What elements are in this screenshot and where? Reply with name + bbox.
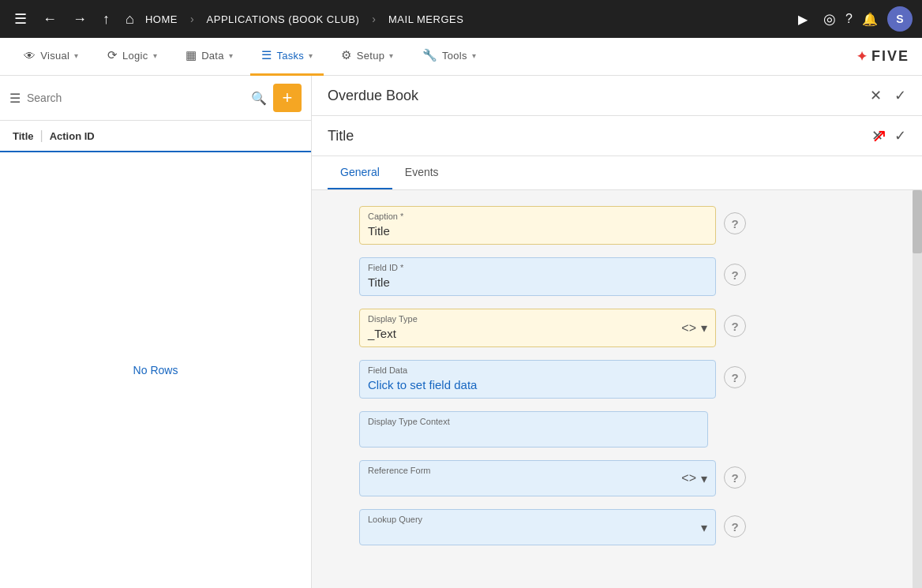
display-type-field[interactable]: Display Type _Text <> ▾ bbox=[359, 309, 716, 347]
column-action-header: Action ID bbox=[50, 130, 95, 142]
lookup-query-dropdown-icon[interactable]: ▾ bbox=[701, 520, 707, 535]
sub-panel-actions: ✕ ✓ bbox=[871, 127, 906, 144]
panel-title: Overdue Book bbox=[328, 88, 418, 104]
form-tabs: General Events bbox=[312, 156, 922, 190]
search-icon[interactable]: 🔍 bbox=[251, 91, 267, 106]
reference-form-text-area: Reference Form bbox=[360, 461, 681, 496]
form-area: Caption * Title ? Field ID * Title ? bbox=[312, 190, 922, 588]
home-icon[interactable]: ⌂ bbox=[121, 8, 139, 31]
logo-star-icon: ✦ bbox=[856, 49, 868, 64]
logic-dropdown-arrow: ▾ bbox=[153, 51, 157, 60]
reference-form-value bbox=[360, 477, 681, 496]
field-id-help-button[interactable]: ? bbox=[724, 264, 746, 286]
field-data-field[interactable]: Field Data Click to set field data bbox=[359, 360, 716, 399]
display-type-code-icon[interactable]: <> bbox=[681, 321, 696, 335]
panel-confirm-button[interactable]: ✓ bbox=[894, 87, 906, 104]
add-button[interactable]: + bbox=[273, 84, 302, 112]
lookup-query-label: Lookup Query bbox=[360, 510, 701, 526]
nav-actions: ▶ ◎ ? 🔔 S bbox=[792, 6, 913, 32]
up-icon[interactable]: ↑ bbox=[98, 8, 114, 31]
tab-visual[interactable]: 👁 Visual ▾ bbox=[13, 38, 90, 76]
reference-form-row: Reference Form <> ▾ ? bbox=[359, 460, 746, 496]
display-type-context-value bbox=[360, 428, 707, 447]
lookup-query-help-button[interactable]: ? bbox=[724, 515, 746, 537]
help-nav-icon[interactable]: ? bbox=[845, 12, 853, 26]
tasks-icon: ☰ bbox=[261, 48, 272, 62]
data-dropdown-arrow: ▾ bbox=[229, 51, 233, 60]
reference-form-with-actions: Reference Form <> ▾ bbox=[360, 461, 715, 496]
back-icon[interactable]: ← bbox=[38, 8, 62, 31]
field-id-field[interactable]: Field ID * Title bbox=[359, 257, 716, 296]
caption-help-button[interactable]: ? bbox=[724, 212, 746, 234]
sidebar-body: No Rows bbox=[0, 152, 311, 588]
scroll-track bbox=[913, 190, 922, 588]
sub-panel: Title ✕ ✓ ↗ General Events bbox=[312, 116, 922, 588]
tab-tasks[interactable]: ☰ Tasks ▾ bbox=[250, 38, 324, 76]
display-type-context-row: Display Type Context bbox=[359, 411, 746, 448]
display-type-text-area: Display Type _Text bbox=[360, 309, 681, 346]
search-input[interactable] bbox=[27, 92, 245, 104]
breadcrumb-mail-merges[interactable]: MAIL MERGES bbox=[388, 13, 463, 25]
field-id-value: Title bbox=[360, 274, 715, 295]
tab-data[interactable]: ▦ Data ▾ bbox=[174, 38, 244, 76]
reference-form-code-icon[interactable]: <> bbox=[681, 471, 696, 485]
caption-field[interactable]: Caption * Title bbox=[359, 206, 716, 245]
sidebar-table-header: Title | Action ID bbox=[0, 121, 311, 152]
tab-general[interactable]: General bbox=[328, 156, 392, 189]
tab-logic[interactable]: ⟳ Logic ▾ bbox=[96, 38, 168, 76]
display-type-label: Display Type bbox=[360, 309, 681, 325]
sidebar-hamburger-icon[interactable]: ☰ bbox=[9, 91, 21, 106]
setup-dropdown-arrow: ▾ bbox=[389, 51, 393, 60]
reference-form-dropdown-icon[interactable]: ▾ bbox=[701, 471, 707, 486]
tab-tools[interactable]: 🔧 Tools ▾ bbox=[411, 38, 487, 76]
form-fields: Caption * Title ? Field ID * Title ? bbox=[359, 206, 746, 545]
play-button[interactable]: ▶ bbox=[792, 8, 814, 30]
top-navigation: ☰ ← → ↑ ⌂ HOME › APPLICATIONS (BOOK CLUB… bbox=[0, 0, 922, 38]
search-nav-icon[interactable]: ◎ bbox=[823, 10, 836, 28]
field-id-label: Field ID * bbox=[360, 258, 715, 274]
reference-form-field[interactable]: Reference Form <> ▾ bbox=[359, 460, 716, 496]
forward-icon[interactable]: → bbox=[68, 8, 92, 31]
display-type-context-label: Display Type Context bbox=[360, 412, 707, 428]
lookup-query-with-actions: Lookup Query ▾ bbox=[360, 510, 715, 545]
field-data-row: Field Data Click to set field data ? bbox=[359, 360, 746, 399]
reference-form-help-button[interactable]: ? bbox=[724, 466, 746, 489]
sub-panel-confirm-button[interactable]: ✓ bbox=[894, 127, 906, 144]
hamburger-menu-icon[interactable]: ☰ bbox=[9, 7, 32, 31]
lookup-query-row: Lookup Query ▾ ? bbox=[359, 509, 746, 545]
panel-close-button[interactable]: ✕ bbox=[870, 87, 882, 104]
breadcrumb-home[interactable]: HOME bbox=[145, 13, 178, 25]
tab-setup[interactable]: ⚙ Setup ▾ bbox=[330, 38, 404, 76]
visual-dropdown-arrow: ▾ bbox=[74, 51, 78, 60]
notification-icon[interactable]: 🔔 bbox=[862, 12, 878, 27]
lookup-query-field[interactable]: Lookup Query ▾ bbox=[359, 509, 716, 545]
display-type-help-button[interactable]: ? bbox=[724, 315, 746, 337]
tab-events[interactable]: Events bbox=[392, 156, 452, 189]
content-panel: Overdue Book ✕ ✓ Title ✕ ✓ ↗ General Eve… bbox=[312, 76, 922, 588]
five-logo: ✦ FIVE bbox=[856, 48, 909, 65]
breadcrumb-applications[interactable]: APPLICATIONS (BOOK CLUB) bbox=[207, 13, 360, 25]
sub-panel-header: Title ✕ ✓ ↗ bbox=[312, 116, 922, 156]
setup-icon: ⚙ bbox=[341, 48, 351, 62]
logo-text: FIVE bbox=[871, 48, 909, 65]
overdue-book-panel-header: Overdue Book ✕ ✓ bbox=[312, 76, 922, 116]
sub-panel-title: Title bbox=[328, 128, 354, 144]
tools-icon: 🔧 bbox=[422, 48, 437, 62]
lookup-query-actions: ▾ bbox=[701, 520, 715, 535]
lookup-query-text-area: Lookup Query bbox=[360, 510, 701, 545]
no-rows-label: No Rows bbox=[133, 364, 178, 376]
sub-panel-close-button[interactable]: ✕ bbox=[871, 127, 883, 144]
panel-header-actions: ✕ ✓ bbox=[870, 87, 906, 104]
breadcrumb-arrow-2: › bbox=[372, 13, 376, 25]
display-type-dropdown-icon[interactable]: ▾ bbox=[701, 320, 707, 335]
display-type-with-actions: Display Type _Text <> ▾ bbox=[360, 309, 715, 346]
avatar[interactable]: S bbox=[887, 6, 913, 32]
reference-form-actions: <> ▾ bbox=[681, 471, 715, 486]
display-type-row: Display Type _Text <> ▾ ? bbox=[359, 309, 746, 347]
lookup-query-value bbox=[360, 526, 701, 545]
visual-icon: 👁 bbox=[24, 49, 36, 62]
scroll-thumb[interactable] bbox=[913, 190, 922, 253]
display-type-context-field[interactable]: Display Type Context bbox=[359, 411, 708, 448]
field-id-row: Field ID * Title ? bbox=[359, 257, 746, 296]
field-data-help-button[interactable]: ? bbox=[724, 366, 746, 388]
